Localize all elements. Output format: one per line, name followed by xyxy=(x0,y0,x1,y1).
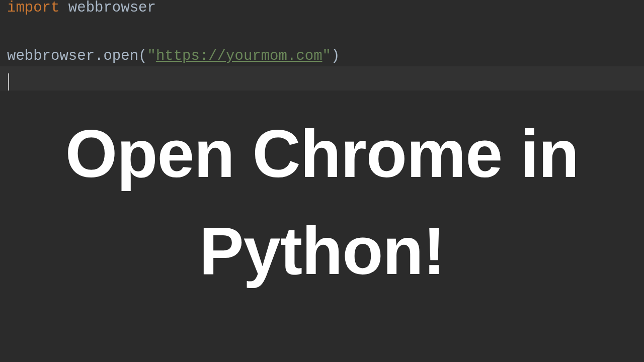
code-editor[interactable]: import webbrowser webbrowser.open("https… xyxy=(0,0,644,358)
code-line-1: import webbrowser xyxy=(0,0,644,20)
object-ref: webbrowser xyxy=(7,48,95,64)
code-line-2-blank xyxy=(0,20,644,44)
title-overlay: Open Chrome in Python! xyxy=(0,106,644,300)
keyword-import: import xyxy=(7,0,59,16)
module-name: webbrowser xyxy=(68,0,156,16)
text-cursor xyxy=(8,73,9,90)
code-content: import webbrowser webbrowser.open("https… xyxy=(0,0,644,93)
string-quote-open: " xyxy=(147,48,155,64)
title-line-1: Open Chrome in xyxy=(0,106,644,203)
open-paren: ( xyxy=(138,48,147,64)
close-paren: ) xyxy=(331,48,340,64)
dot-operator: . xyxy=(95,48,103,64)
code-line-4-cursor xyxy=(0,68,644,93)
title-line-2: Python! xyxy=(0,203,644,300)
string-quote-close: " xyxy=(323,48,331,64)
method-name: open xyxy=(103,48,138,64)
string-url: https://yourmom.com xyxy=(156,48,323,64)
code-line-3: webbrowser.open("https://yourmom.com") xyxy=(0,44,644,68)
